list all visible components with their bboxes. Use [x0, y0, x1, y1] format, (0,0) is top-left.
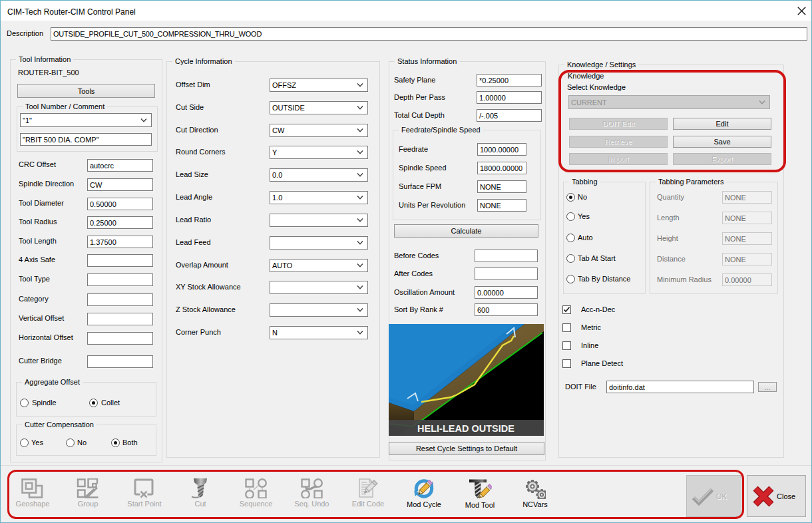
toolbar-annotation-circle [7, 470, 744, 519]
after-codes-input[interactable] [475, 267, 538, 280]
lead-angle-combo[interactable]: 1.0 [270, 191, 368, 204]
cutter-compensation-title: Cutter Compensation [22, 421, 97, 429]
status-information-title: Status Information [395, 57, 459, 66]
radio-label: Auto [578, 234, 593, 242]
field-label: Spindle Direction [19, 180, 74, 188]
field-label: Category [19, 295, 49, 303]
reset-cycle-settings-button[interactable]: Reset Cycle Settings to Default [389, 442, 544, 455]
depth-per-pass-input[interactable]: 1.00000 [477, 91, 542, 104]
tool-length-input[interactable]: 1.37500 [87, 236, 153, 248]
checkbox-metric[interactable] [562, 323, 571, 332]
close-button[interactable]: Close [747, 475, 806, 517]
round-corners-combo[interactable]: Y [270, 146, 368, 159]
radio-tabbing-yes[interactable] [566, 212, 575, 221]
radio-both-label: Both [122, 438, 138, 447]
radio-spindle[interactable] [20, 399, 29, 407]
field-label: Height [657, 234, 678, 243]
close-window-button[interactable] [797, 7, 806, 15]
distance-input: NONE [722, 253, 772, 265]
tool-name: ROUTER-BIT_500 [18, 69, 79, 77]
field-label: Cut Direction [176, 126, 218, 134]
tools-button[interactable]: Tools [17, 84, 155, 98]
chevron-down-icon [357, 196, 363, 200]
checkbox-plane-detect[interactable] [562, 359, 571, 368]
doit-file-input[interactable]: doitinfo.dat [606, 381, 754, 393]
xy-stock-allowance-combo[interactable] [270, 281, 368, 294]
horizontal-offset-input[interactable] [87, 332, 153, 345]
field-label: Length [657, 214, 680, 222]
calculate-button[interactable]: Calculate [394, 224, 538, 238]
aggregate-offset-title: Aggregate Offset [22, 378, 83, 387]
before-codes-input[interactable] [475, 250, 538, 262]
spindle-direction-input[interactable]: CW [87, 178, 153, 191]
tool-diameter-input[interactable]: 0.50000 [87, 198, 153, 210]
oscillation-amount-input[interactable]: 0.00000 [475, 286, 538, 299]
combo-value: AUTO [272, 262, 292, 269]
radio-tabbing-no[interactable] [566, 193, 575, 202]
radio-tabbing-auto[interactable] [566, 234, 575, 242]
four-axis-safe-input[interactable] [87, 254, 153, 267]
dialog-window: CIM-Tech Router-CIM Control Panel Descri… [0, 0, 812, 523]
tool-comment-input[interactable]: "RBIT 500 DIA. COMP" [20, 133, 152, 146]
radio-tab-by-distance[interactable] [566, 275, 575, 283]
tool-radius-input[interactable]: 0.25000 [87, 216, 153, 229]
cut-direction-combo[interactable]: CW [270, 124, 368, 137]
vertical-offset-input[interactable] [87, 313, 153, 325]
field-label: Units Per Revolution [399, 201, 465, 210]
field-label: Cut Side [176, 103, 204, 112]
spindle-speed-input[interactable]: 18000.00000 [477, 162, 526, 174]
checkbox-inline[interactable] [562, 341, 571, 350]
field-label: Distance [657, 255, 686, 263]
chevron-down-icon [357, 150, 363, 154]
field-label: Overlap Amount [176, 261, 228, 269]
toolbar-separator [1, 465, 811, 466]
tool-type-input[interactable] [87, 273, 153, 286]
field-label: Vertical Offset [19, 314, 64, 323]
field-label: Minimum Radius [657, 275, 711, 284]
radio-spindle-label: Spindle [32, 399, 57, 407]
field-label: Quantity [657, 193, 684, 202]
field-label: Z Stock Allowance [176, 305, 236, 314]
radio-tab-at-start[interactable] [566, 254, 575, 263]
category-input[interactable] [87, 293, 153, 306]
quantity-input: NONE [722, 191, 772, 204]
lead-size-combo[interactable]: 0.0 [270, 168, 368, 182]
radio-collet[interactable] [89, 399, 98, 407]
description-input[interactable]: OUTSIDE_PROFILE_CUT_500_COMPRESSION_THRU… [51, 27, 807, 41]
chevron-down-icon [357, 308, 363, 312]
z-stock-allowance-combo[interactable] [270, 303, 368, 317]
tool-number-combo[interactable]: "1" [20, 113, 152, 127]
checkbox-acc-n-dec[interactable] [562, 305, 571, 314]
doit-file-browse-button[interactable]: ... [758, 382, 777, 392]
units-per-revolution-input[interactable]: NONE [477, 199, 526, 212]
corner-punch-combo[interactable]: N [270, 326, 368, 339]
radio-yes[interactable] [20, 438, 29, 447]
surface-fpm-input[interactable]: NONE [477, 180, 526, 193]
radio-both[interactable] [111, 438, 120, 447]
knowledge-annotation-circle [558, 70, 786, 172]
chevron-down-icon [357, 285, 363, 289]
feedrate-input[interactable]: 1000.00000 [477, 143, 526, 156]
crc-offset-input[interactable]: autocrc [87, 159, 153, 172]
field-label: Lead Feed [176, 238, 211, 247]
field-label: Surface FPM [399, 182, 441, 191]
safety-plane-input[interactable]: *0.25000 [477, 74, 542, 87]
sort-by-rank-input[interactable]: 600 [475, 303, 538, 316]
cut-side-combo[interactable]: OUTSIDE [270, 101, 368, 114]
checkmark-icon [563, 306, 570, 313]
window-title: CIM-Tech Router-CIM Control Panel [7, 7, 136, 17]
tabbing-parameters-title: Tabbing Parameters [656, 178, 726, 186]
close-x-icon [753, 484, 774, 507]
lead-ratio-combo[interactable] [270, 214, 368, 227]
cutter-bridge-input[interactable] [87, 355, 153, 368]
chevron-down-icon [357, 128, 363, 132]
field-label: Cutter Bridge [19, 357, 62, 365]
radio-no[interactable] [66, 438, 75, 447]
field-label: Depth Per Pass [394, 93, 445, 102]
lead-feed-combo[interactable] [270, 236, 368, 250]
radio-label: Tab By Distance [578, 275, 630, 283]
total-cut-depth-input[interactable]: /-.005 [477, 109, 542, 122]
overlap-amount-combo[interactable]: AUTO [270, 259, 368, 272]
tabbing-title: Tabbing [569, 178, 600, 186]
offset-dim-combo[interactable]: OFFSZ [270, 79, 368, 92]
